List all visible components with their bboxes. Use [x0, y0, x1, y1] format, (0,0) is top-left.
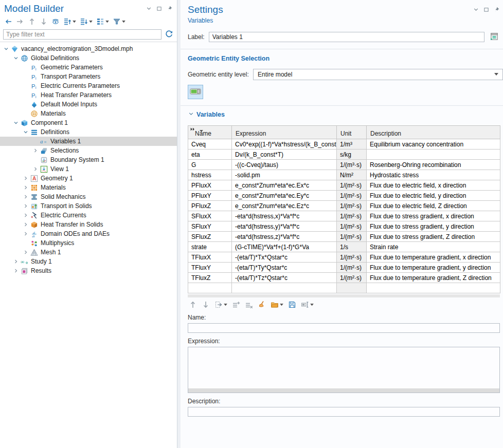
chevron-collapsed-icon[interactable] — [22, 203, 30, 209]
expression-textarea[interactable] — [188, 347, 499, 388]
move-up-button[interactable] — [188, 300, 198, 309]
chevron-expanded-icon[interactable] — [12, 120, 20, 126]
move-to-button[interactable] — [213, 300, 228, 309]
table-cell[interactable]: 1/(m²·s) — [337, 232, 367, 242]
name-input[interactable] — [188, 323, 500, 333]
label-input[interactable] — [209, 32, 484, 42]
table-cell[interactable]: 1/s — [337, 242, 367, 252]
tree-item-materials[interactable]: Materials — [0, 109, 177, 118]
expand-all-button[interactable] — [62, 17, 77, 26]
tree-item-domain-odes-and-daes[interactable]: ddtDomain ODEs and DAEs — [0, 229, 177, 238]
table-cell[interactable]: hstress — [188, 170, 232, 180]
table-cell[interactable]: Flux due to electric field, y direction — [367, 191, 500, 201]
delete-row-button[interactable] — [244, 300, 254, 309]
filter-button[interactable] — [112, 17, 127, 26]
column-header-expression[interactable]: Expression — [232, 126, 337, 139]
chevron-collapsed-icon[interactable] — [22, 194, 30, 200]
table-cell[interactable]: Dv/(k_B_const*T) — [232, 150, 337, 160]
table-cell[interactable]: 1/(m³·s) — [337, 160, 367, 170]
table-cell[interactable]: 1/(m²·s) — [337, 191, 367, 201]
chevron-down-icon[interactable] — [473, 6, 479, 13]
tree-item-definitions[interactable]: Definitions — [0, 127, 177, 137]
tree-item-study-1[interactable]: ∞Study 1 — [0, 257, 177, 266]
tree-item-transport-in-solids[interactable]: Transport in Solids — [0, 201, 177, 211]
table-cell[interactable]: eta — [188, 150, 232, 160]
chevron-collapsed-icon[interactable] — [31, 166, 40, 172]
table-cell[interactable]: 1/(m²·s) — [337, 221, 367, 232]
table-cell[interactable]: (G-cTIME)*Va*f+(1-f)*G*Va — [232, 242, 337, 252]
table-cell[interactable]: -(eta/T)*Tx*Qstar*c — [232, 252, 337, 263]
tree-item-default-model-inputs[interactable]: Default Model Inputs — [0, 100, 177, 109]
table-cell[interactable]: PFluxZ — [188, 201, 232, 211]
table-cell[interactable]: Equilibrium vacancy concentration — [367, 139, 500, 150]
float-icon[interactable] — [156, 5, 163, 12]
table-cell[interactable]: -(eta/T)*Tz*Qstar*c — [232, 273, 337, 283]
table-cell[interactable]: Flux due to stress gradient, y direction — [367, 221, 500, 232]
back-button[interactable] — [3, 17, 13, 26]
table-cell[interactable]: SFluxX — [188, 211, 232, 221]
refresh-button[interactable] — [165, 30, 174, 39]
chevron-collapsed-icon[interactable] — [22, 231, 30, 237]
table-cell[interactable]: -eta*d(hstress,y)*Va*f*c — [232, 221, 337, 232]
model-tree-nodes-button[interactable] — [95, 17, 110, 26]
table-cell[interactable]: 1/(m²·s) — [337, 263, 367, 273]
chevron-collapsed-icon[interactable] — [12, 258, 20, 265]
variables-section-header[interactable]: Variables — [188, 110, 503, 119]
table-cell[interactable]: Flux due to stress gradient, Z direction — [367, 232, 500, 242]
tree-item-materials[interactable]: Materials — [0, 183, 177, 192]
column-header-name[interactable]: Name — [188, 126, 232, 139]
table-cell[interactable]: Strain rate — [367, 242, 500, 252]
table-cell[interactable]: Flux due to temperature gradient, x dire… — [367, 252, 500, 263]
table-cell[interactable]: G — [188, 160, 232, 170]
table-cell[interactable] — [367, 150, 500, 160]
tree-item-heat-transfer-in-solids[interactable]: Heat Transfer in Solids — [0, 220, 177, 229]
table-cell[interactable]: 1/(m²·s) — [337, 180, 367, 191]
table-cell[interactable] — [188, 283, 232, 293]
tree-item-component-1[interactable]: Component 1 — [0, 118, 177, 127]
table-hscrollbar[interactable] — [188, 294, 500, 297]
table-cell[interactable]: e_const*Znum*eta*ec.Ey*c — [232, 191, 337, 201]
table-cell[interactable]: 1/(m²·s) — [337, 273, 367, 283]
tree-item-results[interactable]: Results — [0, 266, 177, 275]
tree-item-variables-1[interactable]: a=Variables 1 — [0, 137, 177, 146]
load-file-button[interactable] — [270, 300, 284, 309]
chevron-collapsed-icon[interactable] — [22, 175, 30, 181]
table-cell[interactable]: 1/(m²·s) — [337, 211, 367, 221]
expression-hscrollbar[interactable] — [188, 388, 499, 393]
table-cell[interactable]: e_const*Znum*eta*ec.Ez*c — [232, 201, 337, 211]
tree-item-boundary-system-1[interactable]: Boundary System 1 — [0, 155, 177, 164]
chevron-down-icon[interactable] — [146, 5, 152, 12]
table-cell[interactable]: Hydrostatic stress — [367, 170, 500, 180]
table-cell[interactable]: Flux due to stress gradient, x direction — [367, 211, 500, 221]
table-cell[interactable]: Flux due to electric field, Z direction — [367, 201, 500, 211]
table-cell[interactable]: -eta*d(hstress,z)*Va*f*c — [232, 232, 337, 242]
edit-field-button[interactable] — [300, 300, 315, 309]
tree-item-geometry-1[interactable]: AGeometry 1 — [0, 174, 177, 183]
tree-item-view-1[interactable]: View 1 — [0, 164, 177, 174]
table-cell[interactable]: 1/(m²·s) — [337, 201, 367, 211]
table-cell[interactable]: Cveq — [188, 139, 232, 150]
table-cell[interactable]: Flux due to temperature gradient, Z dire… — [367, 273, 500, 283]
save-file-button[interactable] — [287, 300, 297, 309]
show-button[interactable] — [50, 17, 61, 26]
float-icon[interactable] — [483, 6, 490, 13]
table-cell[interactable]: PFluxY — [188, 191, 232, 201]
table-cell[interactable]: TFluxX — [188, 252, 232, 263]
tree-item-global-definitions[interactable]: Global Definitions — [0, 53, 177, 63]
chevron-collapsed-icon[interactable] — [31, 147, 40, 154]
table-cell[interactable]: Flux due to temperature gradient, y dire… — [367, 263, 500, 273]
description-input[interactable] — [188, 407, 500, 417]
pin-icon[interactable] — [166, 5, 173, 12]
chevron-expanded-icon[interactable] — [2, 46, 10, 52]
add-row-button[interactable] — [231, 300, 241, 309]
tree-item-electric-currents-parameters[interactable]: PiElectric Currents Parameters — [0, 81, 177, 90]
table-cell[interactable]: -((c-Cveq)/taus) — [232, 160, 337, 170]
table-cell[interactable]: -(eta/T)*Ty*Qstar*c — [232, 263, 337, 273]
table-cell[interactable]: N/m² — [337, 170, 367, 180]
chevron-collapsed-icon[interactable] — [22, 212, 30, 218]
tree-item-solid-mechanics[interactable]: Solid Mechanics — [0, 192, 177, 201]
column-header-unit[interactable]: Unit — [337, 126, 367, 139]
tree-item-vacancy-electromigration-3dmodel-mph[interactable]: vacancy_electromigration_3Dmodel.mph — [0, 44, 177, 53]
table-cell[interactable]: -solid.pm — [232, 170, 337, 180]
chevron-expanded-icon[interactable] — [22, 129, 30, 135]
